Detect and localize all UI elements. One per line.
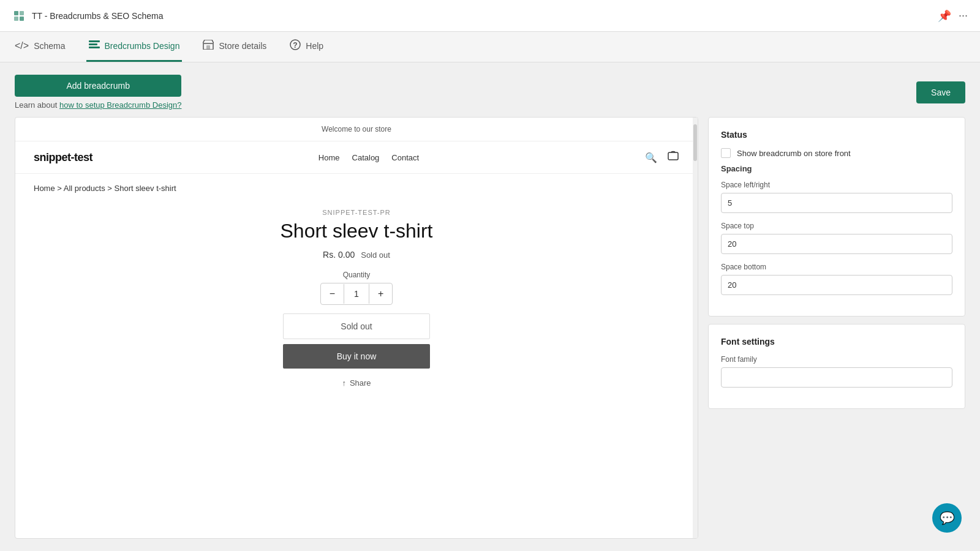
svg-rect-0 — [14, 11, 18, 15]
cart-icon[interactable] — [667, 150, 679, 165]
save-button[interactable]: Save — [916, 81, 965, 103]
svg-rect-1 — [20, 11, 24, 15]
top-bar-left: TT - Breadcrumbs & SEO Schema — [12, 9, 163, 23]
toolbar-left: Add breadcrumb Learn about how to setup … — [15, 75, 181, 110]
spacing-section: Spacing Space left/right Space top Space… — [721, 164, 952, 295]
space-left-right-label: Space left/right — [721, 181, 952, 189]
font-family-input[interactable] — [721, 367, 952, 388]
font-family-label: Font family — [721, 355, 952, 364]
scroll-thumb — [693, 124, 697, 161]
space-left-right-group: Space left/right — [721, 181, 952, 213]
svg-rect-5 — [89, 43, 97, 45]
svg-rect-8 — [206, 45, 210, 50]
product-sku: SNIPPET-TEST-PR — [322, 209, 391, 216]
tab-breadcrumbs[interactable]: Bredcrumbs Design — [86, 32, 183, 62]
breadcrumbs-icon — [89, 40, 100, 51]
quantity-value: 1 — [344, 284, 369, 304]
product-section: SNIPPET-TEST-PR Short sleev t-shirt Rs. … — [15, 203, 698, 400]
sold-out-button[interactable]: Sold out — [283, 313, 430, 339]
chat-bubble-button[interactable]: 💬 — [932, 503, 962, 533]
price-value: Rs. 0.00 — [323, 250, 355, 260]
pin-button[interactable]: 📌 — [938, 9, 951, 23]
space-top-input[interactable] — [721, 234, 952, 254]
font-family-group: Font family — [721, 355, 952, 388]
chat-icon: 💬 — [940, 511, 955, 525]
menu-catalog[interactable]: Catalog — [352, 153, 380, 162]
status-row: Show breadcrumb on store front — [721, 148, 952, 158]
font-settings-title: Font settings — [721, 337, 952, 347]
quantity-label: Quantity — [343, 271, 371, 279]
tab-help[interactable]: ? Help — [287, 32, 326, 62]
space-bottom-label: Space bottom — [721, 263, 952, 271]
share-label: Share — [350, 378, 371, 388]
preview-panel: Welcome to our store snippet-test Home C… — [15, 117, 698, 539]
menu-contact[interactable]: Contact — [391, 153, 419, 162]
learn-link-anchor[interactable]: how to setup Breadcrumb Design? — [59, 100, 181, 110]
settings-panel: Status Show breadcrumb on store front Sp… — [708, 117, 965, 539]
tab-schema[interactable]: </> Schema — [12, 32, 68, 62]
top-bar-right: 📌 ··· — [938, 9, 968, 23]
toolbar: Add breadcrumb Learn about how to setup … — [15, 75, 965, 110]
tab-schema-label: Schema — [34, 41, 65, 51]
top-bar: TT - Breadcrumbs & SEO Schema 📌 ··· — [0, 0, 980, 32]
nav-tabs: </> Schema Bredcrumbs Design Store detai… — [0, 32, 980, 62]
show-breadcrumb-checkbox[interactable] — [721, 148, 731, 158]
store-preview: Welcome to our store snippet-test Home C… — [15, 118, 698, 400]
store-nav-icons: 🔍 — [645, 150, 679, 165]
space-top-label: Space top — [721, 222, 952, 230]
status-card: Status Show breadcrumb on store front Sp… — [708, 117, 965, 317]
share-icon: ↑ — [342, 378, 346, 388]
store-welcome: Welcome to our store — [15, 118, 698, 141]
help-icon: ? — [290, 39, 301, 53]
share-button[interactable]: ↑ Share — [342, 378, 371, 388]
space-bottom-input[interactable] — [721, 275, 952, 295]
spacing-title: Spacing — [721, 164, 952, 173]
sold-out-badge: Sold out — [361, 250, 390, 260]
show-breadcrumb-label: Show breadcrumb on store front — [737, 149, 851, 158]
store-menu: Home Catalog Contact — [318, 153, 419, 162]
menu-button[interactable]: ··· — [959, 9, 968, 22]
tab-store-label: Store details — [219, 41, 266, 51]
tab-store[interactable]: Store details — [200, 32, 269, 62]
schema-icon: </> — [15, 40, 29, 51]
store-nav: snippet-test Home Catalog Contact 🔍 — [15, 141, 698, 174]
font-settings-card: Font settings Font family — [708, 324, 965, 409]
main-content: Add breadcrumb Learn about how to setup … — [0, 62, 980, 551]
tab-help-label: Help — [306, 41, 323, 51]
preview-scrollbar[interactable] — [693, 118, 698, 538]
menu-home[interactable]: Home — [318, 153, 340, 162]
store-icon — [203, 40, 214, 52]
quantity-section: Quantity − 1 + — [320, 271, 393, 305]
app-icon — [12, 9, 26, 23]
svg-rect-6 — [89, 47, 100, 48]
space-bottom-group: Space bottom — [721, 263, 952, 295]
add-breadcrumb-button[interactable]: Add breadcrumb — [15, 75, 181, 97]
breadcrumb-bar: Home > All products > Short sleev t-shir… — [15, 174, 698, 203]
search-icon[interactable]: 🔍 — [645, 152, 657, 163]
product-price: Rs. 0.00 Sold out — [323, 250, 390, 260]
svg-rect-11 — [668, 152, 678, 160]
svg-rect-4 — [89, 40, 100, 42]
content-area: Welcome to our store snippet-test Home C… — [15, 117, 965, 539]
product-title: Short sleev t-shirt — [281, 220, 433, 242]
quantity-increase-button[interactable]: + — [369, 283, 392, 304]
status-title: Status — [721, 130, 952, 140]
space-left-right-input[interactable] — [721, 193, 952, 213]
app-title: TT - Breadcrumbs & SEO Schema — [32, 11, 163, 21]
svg-rect-2 — [14, 17, 18, 21]
tab-breadcrumbs-label: Bredcrumbs Design — [105, 41, 180, 51]
svg-rect-3 — [20, 17, 24, 21]
quantity-decrease-button[interactable]: − — [321, 283, 344, 304]
learn-link-text: Learn about how to setup Breadcrumb Desi… — [15, 100, 181, 110]
svg-text:?: ? — [293, 41, 298, 50]
space-top-group: Space top — [721, 222, 952, 254]
buy-now-button[interactable]: Buy it now — [283, 344, 430, 369]
store-logo: snippet-test — [34, 151, 92, 164]
quantity-control: − 1 + — [320, 283, 393, 305]
